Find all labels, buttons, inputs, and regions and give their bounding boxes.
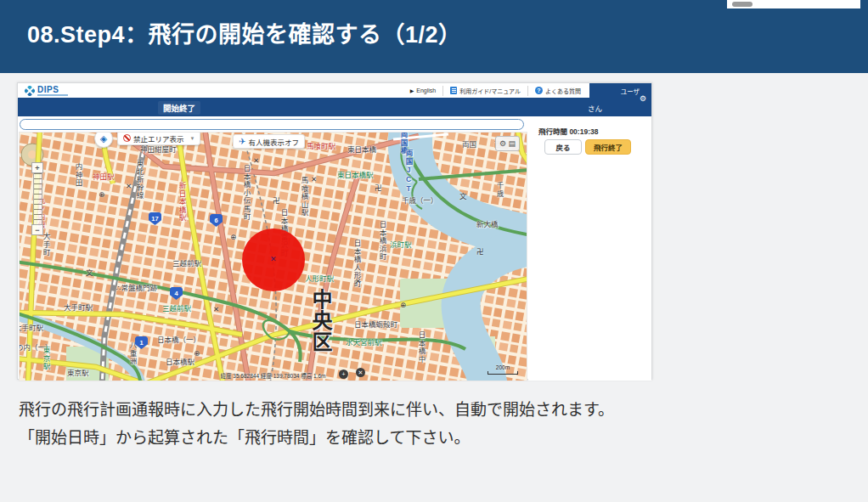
- scale-label: 200m: [488, 364, 518, 370]
- no-entry-icon: [123, 134, 131, 142]
- english-label: English: [416, 87, 436, 93]
- zoom-in-button[interactable]: +: [31, 162, 43, 173]
- flight-time: 飛行時間 00:19:38: [538, 126, 598, 136]
- description-line-2: 「開始日時」から起算された「飛行時間」を確認して下さい。: [19, 424, 614, 452]
- tab-start-end[interactable]: 開始終了: [158, 101, 200, 115]
- dips-logo-icon: [25, 86, 35, 96]
- brand-tagline: [37, 94, 68, 96]
- chevron-down-icon: ▼: [190, 136, 195, 141]
- map-column: 神田紺屋町東日本橋両国千歳（一）新大橋三越前駅∴常盤橋門跡大手町駅大手町駅の内（…: [18, 116, 528, 381]
- header-links: ▶ English 利用ガイド/マニュアル ? よくある質問: [403, 83, 588, 98]
- back-button[interactable]: 戻る: [544, 139, 582, 155]
- map-settings-buttons[interactable]: ⚙ ▤: [495, 136, 520, 151]
- layers-icon: ◈: [100, 133, 107, 144]
- flight-time-value: 00:19:38: [569, 127, 598, 136]
- zoom-out-button[interactable]: −: [31, 224, 43, 235]
- document-icon: [450, 87, 457, 94]
- zoom-slider[interactable]: [33, 173, 42, 224]
- slide-page: 08.Step4：飛行の開始を確認する（1/2） DIPS: [0, 0, 868, 502]
- search-input[interactable]: [20, 119, 524, 130]
- slide-title-bar: 08.Step4：飛行の開始を確認する（1/2）: [0, 0, 868, 73]
- map-scalebar: 200m: [488, 364, 518, 375]
- scrollbar-artifact[interactable]: [727, 0, 860, 8]
- app-nav-bar: 開始終了 さん: [18, 98, 651, 116]
- manned-label: 有人機表示オフ: [248, 137, 299, 147]
- map-coordinates: 緯度 35.682844 経度 139.78034 標高 1.6m: [221, 371, 326, 380]
- scrollbar-thumb[interactable]: [732, 2, 752, 7]
- end-flight-button[interactable]: 飛行終了: [585, 139, 631, 155]
- faq-link[interactable]: ? よくある質問: [527, 86, 588, 96]
- gear-icon[interactable]: ⚙: [640, 94, 646, 103]
- english-link[interactable]: ▶ English: [403, 86, 443, 96]
- description-line-1: 飛行の飛行計画通報時に入力した飛行開始時間到来に伴い、自動で開始されます。: [19, 396, 614, 424]
- faq-label: よくある質問: [545, 87, 581, 95]
- slide-description: 飛行の飛行計画通報時に入力した飛行開始時間到来に伴い、自動で開始されます。 「開…: [19, 396, 614, 452]
- triangle-icon: ▶: [410, 87, 414, 93]
- question-icon: ?: [535, 87, 543, 94]
- page-title: 08.Step4：飛行の開始を確認する（1/2）: [27, 16, 462, 49]
- map-settings-icons: ⚙ ▤: [499, 139, 516, 148]
- brand-name: DIPS: [37, 86, 68, 93]
- user-name-suffix: さん: [588, 103, 602, 113]
- map-close-icon[interactable]: ✕: [356, 368, 365, 377]
- flight-center-marker: ✕: [270, 255, 277, 263]
- flight-area-circle: ✕: [242, 228, 305, 291]
- prohibited-area-toggle[interactable]: 禁止エリア表示 ▼: [117, 133, 200, 145]
- prohibited-label: 禁止エリア表示: [133, 133, 184, 144]
- user-menu-label: ユーザ: [621, 87, 640, 96]
- map-canvas[interactable]: 神田紺屋町東日本橋両国千歳（一）新大橋三越前駅∴常盤橋門跡大手町駅大手町駅の内（…: [20, 133, 527, 381]
- app-screenshot: DIPS ▶ English 利用ガイド/マニュアル ? よくある質問: [17, 82, 652, 380]
- guide-label: 利用ガイド/マニュアル: [459, 87, 521, 95]
- airplane-icon: ✈: [239, 137, 245, 146]
- flight-panel: 飛行時間 00:19:38 戻る 飛行終了: [528, 116, 651, 381]
- guide-link[interactable]: 利用ガイド/マニュアル: [442, 86, 527, 96]
- app-content: 神田紺屋町東日本橋両国千歳（一）新大橋三越前駅∴常盤橋門跡大手町駅大手町駅の内（…: [18, 116, 651, 381]
- zoom-control: + −: [31, 162, 43, 235]
- app-header: DIPS ▶ English 利用ガイド/マニュアル ? よくある質問: [18, 83, 651, 98]
- flight-time-label: 飛行時間: [538, 127, 567, 136]
- manned-aircraft-toggle[interactable]: ✈ 有人機表示オフ: [233, 134, 305, 149]
- dips-logo[interactable]: DIPS: [25, 86, 68, 96]
- scale-bar-line: [488, 371, 518, 375]
- map-tool-icon[interactable]: +: [339, 369, 348, 379]
